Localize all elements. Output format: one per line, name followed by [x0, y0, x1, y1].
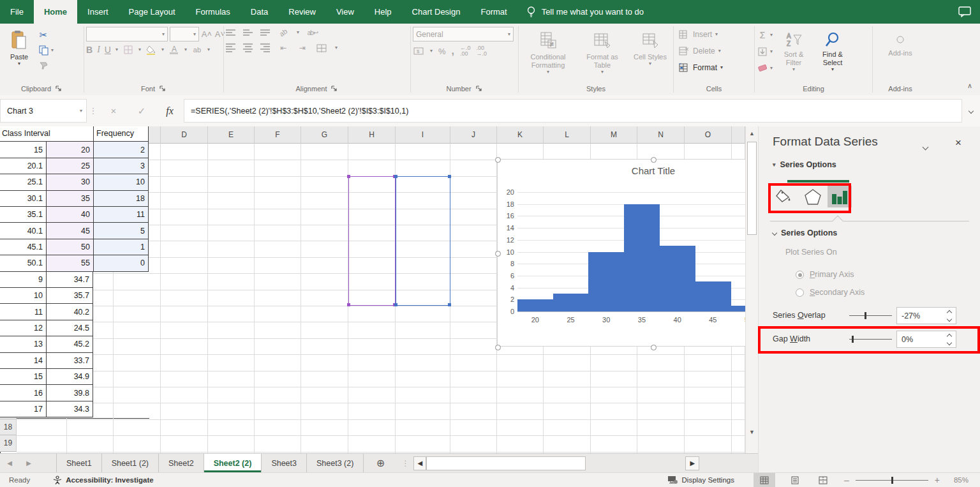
formula-bar-handle[interactable]: ⋮: [87, 95, 100, 126]
font-color-icon[interactable]: A: [168, 44, 180, 56]
scroll-down-icon[interactable]: ▼: [746, 426, 758, 438]
column-header-M[interactable]: M: [591, 126, 637, 144]
align-bottom-icon[interactable]: [260, 29, 270, 36]
autosum-button[interactable]: Σ ▾: [757, 28, 773, 41]
cell-I3[interactable]: 2: [94, 142, 149, 158]
cell-G2-class-interval[interactable]: Class Interval: [0, 126, 94, 142]
sheet-tab-sheet1[interactable]: Sheet1: [56, 454, 102, 472]
number-format-combo[interactable]: General ▾: [413, 27, 514, 41]
find-select-button[interactable]: Find & Select ▾: [815, 27, 850, 72]
cell-D18[interactable]: 16: [0, 385, 47, 401]
merge-center-icon[interactable]: [316, 42, 327, 54]
ribbon-tab-data[interactable]: Data: [241, 0, 278, 24]
format-cells-button[interactable]: Format ▾: [676, 60, 725, 75]
cell-I9[interactable]: 1: [94, 239, 149, 255]
ribbon-tab-view[interactable]: View: [326, 0, 364, 24]
ribbon-tab-home[interactable]: Home: [34, 0, 77, 24]
formula-bar-expand-icon[interactable]: [962, 95, 980, 126]
series-options-section-header[interactable]: Series Options: [773, 229, 837, 237]
zoom-slider-thumb[interactable]: [891, 477, 893, 484]
ribbon-tab-chart-design[interactable]: Chart Design: [402, 0, 471, 24]
font-size-combo[interactable]: ▾: [170, 27, 199, 41]
tell-me-box[interactable]: Tell me what you want to do: [517, 0, 653, 24]
ribbon-tab-page-layout[interactable]: Page Layout: [119, 0, 186, 24]
chart-bar[interactable]: [517, 299, 553, 311]
percent-style-button[interactable]: %: [438, 47, 446, 56]
insert-function-button[interactable]: fx: [156, 95, 184, 126]
column-header-H[interactable]: H: [348, 126, 396, 144]
underline-button[interactable]: U: [105, 45, 111, 55]
spin-down-icon[interactable]: [947, 340, 952, 345]
ribbon-tab-insert[interactable]: Insert: [77, 0, 119, 24]
dialog-launcher-icon[interactable]: [330, 85, 338, 93]
chart-title[interactable]: Chart Title: [498, 165, 745, 176]
gap-width-slider[interactable]: [849, 339, 892, 340]
cell-D13[interactable]: 11: [0, 304, 47, 320]
decrease-decimal-icon[interactable]: .00→.0: [477, 45, 487, 57]
effects-tab[interactable]: [802, 187, 824, 206]
cell-I4[interactable]: 3: [94, 158, 149, 174]
chart-bar[interactable]: [731, 306, 745, 311]
align-top-icon[interactable]: [226, 29, 235, 36]
chart-selection-handle[interactable]: [495, 157, 501, 163]
cell-E18[interactable]: 39.8: [47, 385, 93, 401]
phonetic-icon[interactable]: ab: [191, 44, 203, 56]
cell-styles-button[interactable]: Cell Styles ▾: [630, 27, 670, 66]
cell-G6[interactable]: 30.1: [0, 191, 47, 207]
cell-D11[interactable]: 9: [0, 272, 47, 288]
column-header-I[interactable]: I: [396, 126, 450, 144]
cell-D15[interactable]: 13: [0, 336, 47, 352]
enter-button[interactable]: ✓: [128, 95, 156, 126]
orientation-icon[interactable]: ab: [275, 24, 291, 40]
cell-I7[interactable]: 11: [94, 207, 149, 223]
scroll-up-icon[interactable]: ▲: [746, 128, 758, 139]
collapse-ribbon-icon[interactable]: ∧: [967, 82, 972, 90]
sheet-tab-sheet2-2[interactable]: Sheet2 (2): [204, 454, 262, 472]
display-settings-button[interactable]: Display Settings: [667, 476, 734, 484]
fill-button[interactable]: ▾: [757, 45, 773, 58]
cell-E16[interactable]: 33.7: [47, 353, 93, 369]
sheet-nav-left-icon[interactable]: ◀: [0, 454, 19, 472]
comma-style-button[interactable]: ,: [452, 45, 454, 57]
cell-G7[interactable]: 35.1: [0, 207, 47, 223]
column-header-D[interactable]: D: [161, 126, 208, 144]
accessibility-status[interactable]: Accessibility: Investigate: [66, 476, 153, 484]
chart-bar[interactable]: [624, 204, 660, 311]
series-options-dropdown[interactable]: ▾ Series Options: [773, 160, 836, 169]
chart-selection-handle[interactable]: [495, 345, 501, 350]
chart-selection-handle[interactable]: [495, 251, 501, 257]
chart-selection-handle[interactable]: [651, 345, 657, 350]
column-header-E[interactable]: E: [208, 126, 255, 144]
cell-E15[interactable]: 45.2: [47, 336, 93, 352]
cut-button[interactable]: ✂: [38, 28, 54, 41]
column-header-F[interactable]: F: [255, 126, 301, 144]
cell-H5[interactable]: 30: [47, 174, 94, 190]
cell-H4[interactable]: 25: [47, 158, 94, 174]
font-name-combo[interactable]: ▾: [86, 27, 168, 41]
sheet-tab-sheet3-2[interactable]: Sheet3 (2): [307, 454, 364, 472]
secondary-axis-radio[interactable]: [796, 288, 804, 297]
cell-E14[interactable]: 24.5: [47, 320, 93, 336]
ribbon-tab-file[interactable]: File: [0, 0, 34, 24]
comments-button[interactable]: [949, 0, 980, 24]
cell-H10[interactable]: 55: [47, 255, 94, 271]
cell-H6[interactable]: 35: [47, 191, 94, 207]
column-header-partial[interactable]: [732, 126, 745, 144]
cell-D19[interactable]: 17: [0, 401, 47, 417]
column-header-L[interactable]: L: [544, 126, 591, 144]
borders-icon[interactable]: [122, 44, 134, 56]
cell-E17[interactable]: 34.9: [47, 369, 93, 385]
horizontal-scroll-thumb[interactable]: [426, 456, 586, 470]
delete-cells-button[interactable]: Delete ▾: [676, 43, 724, 59]
chart-object[interactable]: Chart Title02468101214161820202530354045…: [497, 159, 745, 347]
align-right-icon[interactable]: [260, 43, 270, 52]
sheet-tab-sheet1-2[interactable]: Sheet1 (2): [102, 454, 159, 472]
addins-button[interactable]: Add-ins: [883, 27, 917, 57]
gap-width-spinner[interactable]: 0%: [896, 331, 956, 348]
cell-G5[interactable]: 25.1: [0, 174, 47, 190]
dialog-launcher-icon[interactable]: [475, 85, 483, 93]
cell-I10[interactable]: 0: [94, 255, 149, 271]
new-sheet-button[interactable]: ⊕: [364, 454, 397, 472]
cell-G3[interactable]: 15: [0, 142, 47, 158]
cell-G9[interactable]: 45.1: [0, 239, 47, 255]
